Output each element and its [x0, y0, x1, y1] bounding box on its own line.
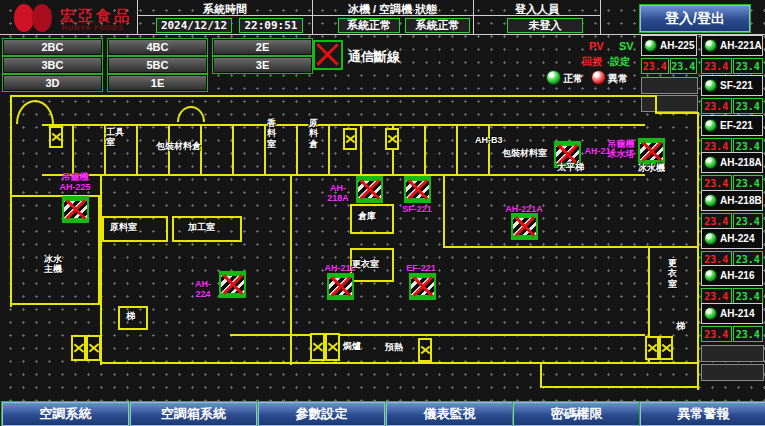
- normal-led-icon: [546, 70, 561, 85]
- room-label: AH-B3: [475, 135, 503, 145]
- damper-icon: [71, 335, 86, 361]
- floor-button-3e[interactable]: 3E: [213, 57, 312, 73]
- damper-icon: [343, 128, 357, 150]
- pv-temp-value: 23.4: [701, 213, 732, 229]
- damper-icon: [645, 336, 659, 360]
- room-label: 梯: [676, 321, 685, 331]
- wall: [655, 112, 699, 114]
- sv-legend-label: SV: [619, 40, 634, 52]
- header-divider: [473, 0, 474, 34]
- room-label: 原料倉: [309, 118, 320, 149]
- unit-name: AH-214: [720, 308, 754, 319]
- room-label: 香料室: [267, 118, 278, 149]
- normal-legend-label: 正常: [563, 72, 583, 86]
- brand-logo-icon: [14, 4, 34, 32]
- room-label: 原料室: [110, 222, 137, 232]
- system-time-label: 系統時間: [150, 2, 300, 17]
- nav-button-password-auth[interactable]: 密碼權限: [513, 402, 640, 426]
- unit-name: EF-221: [720, 120, 753, 131]
- sv-temp-value: 23.4: [670, 58, 698, 74]
- empty-unit-slot: [641, 77, 698, 94]
- room-label: 更衣室: [668, 258, 680, 289]
- nav-button-ac-system[interactable]: 空調系統: [2, 402, 129, 426]
- ahu-comm-fail-icon-ah-218a[interactable]: [356, 176, 383, 203]
- ahu-comm-fail-icon-ah-225[interactable]: [62, 196, 89, 223]
- plan-unit-label: SF-221: [399, 204, 435, 214]
- machine-status-label: 冰機 / 空調機 狀態: [315, 2, 470, 17]
- brand-logo-icon: [32, 4, 52, 32]
- unit-status-led-icon: [704, 269, 717, 282]
- ahu-comm-fail-icon-ah-216[interactable]: [327, 273, 354, 300]
- room-label: 包裝材料倉: [156, 141, 201, 151]
- floor-button-2bc[interactable]: 2BC: [3, 39, 102, 55]
- unit-status-led-icon: [704, 307, 717, 320]
- floor-button-4bc[interactable]: 4BC: [108, 39, 207, 55]
- ahu-comm-fail-icon-ef-221[interactable]: [409, 273, 436, 300]
- unit-button-ah-218a[interactable]: AH-218A: [701, 152, 763, 173]
- nav-button-parameters[interactable]: 參數設定: [258, 402, 385, 426]
- ahu-comm-fail-icon-ah-224[interactable]: [219, 271, 246, 298]
- unit-button-ah-214[interactable]: AH-214: [701, 303, 763, 324]
- damper-icon: [385, 128, 399, 150]
- header-divider: [312, 0, 313, 34]
- login-logout-button[interactable]: 登入/登出: [640, 5, 750, 32]
- empty-unit-slot: [701, 364, 764, 381]
- unit-button-ah-221a[interactable]: AH-221A: [701, 35, 763, 56]
- nav-button-ahu-system[interactable]: 空調箱系統: [130, 402, 257, 426]
- unit-temps: 23.4 23.4: [701, 213, 763, 229]
- stairs-icon: [177, 106, 205, 122]
- nav-button-alarm[interactable]: 異常警報: [640, 402, 765, 426]
- floor-button-2e[interactable]: 2E: [213, 39, 312, 55]
- pv-temp-value: 23.4: [701, 58, 732, 74]
- floor-button-5bc[interactable]: 5BC: [108, 57, 207, 73]
- wall: [443, 246, 699, 248]
- header-divider: [600, 0, 601, 34]
- wall: [290, 176, 292, 365]
- pv-temp-value: 23.4: [701, 175, 732, 191]
- room-label: 梯: [126, 311, 135, 321]
- unit-temps-ah-225: 23.4 23.4: [641, 58, 697, 74]
- plan-unit-label: 吊籠機AH-225: [50, 172, 100, 193]
- abnormal-led-icon: [591, 70, 606, 85]
- unit-status-led-icon: [704, 232, 717, 245]
- wall: [230, 334, 645, 336]
- unit-button-ah-218b[interactable]: AH-218B: [701, 190, 763, 211]
- sv-temp-value: 23.4: [733, 58, 764, 74]
- nav-button-meter-monitor[interactable]: 儀表監視: [386, 402, 513, 426]
- room-label: 焗爐: [343, 341, 361, 351]
- unit-status-led-icon: [644, 39, 657, 52]
- unit-temps: 23.4 23.4: [701, 98, 763, 114]
- floor-button-3bc[interactable]: 3BC: [3, 57, 102, 73]
- unit-button-sf-221[interactable]: SF-221: [701, 75, 763, 96]
- empty-unit-slot: [701, 345, 764, 362]
- unit-temps: 23.4 23.4: [701, 175, 763, 191]
- unit-button-ah-225[interactable]: AH-225: [641, 35, 697, 56]
- ahu-comm-fail-icon-ah-221a[interactable]: [511, 213, 538, 240]
- login-person-label: 登入人員: [478, 2, 596, 17]
- unit-button-ah-224[interactable]: AH-224: [701, 228, 763, 249]
- ahu-comm-fail-icon-cooling-tower[interactable]: [638, 138, 665, 165]
- system-time-value: 22:09:51: [239, 18, 303, 33]
- plan-unit-label: AH-224: [188, 279, 218, 300]
- unit-status-led-icon: [704, 119, 717, 132]
- empty-unit-slot: [641, 95, 698, 112]
- floor-button-3d[interactable]: 3D: [3, 75, 102, 91]
- wall: [540, 386, 698, 388]
- unit-name: AH-225: [660, 40, 694, 51]
- unit-button-ef-221[interactable]: EF-221: [701, 115, 763, 136]
- system-date-value: 2024/12/12: [156, 18, 232, 33]
- room-label: 包裝材料室: [502, 148, 547, 158]
- floor-button-1e[interactable]: 1E: [108, 75, 207, 91]
- sv-temp-value: 23.4: [733, 326, 764, 342]
- pv-temp-value: 23.4: [701, 326, 732, 342]
- login-user-value: 未登入: [507, 18, 583, 33]
- unit-button-ah-216[interactable]: AH-216: [701, 265, 763, 286]
- sv-temp-value: 23.4: [733, 175, 764, 191]
- pv-legend-label: PV: [589, 40, 604, 52]
- ahu-comm-fail-icon-sf-221[interactable]: [404, 176, 431, 203]
- unit-name: AH-216: [720, 270, 754, 281]
- wall: [443, 176, 445, 248]
- header-divider: [137, 0, 138, 34]
- wall: [42, 124, 645, 126]
- brand-subtitle: HUNYA FOODS: [62, 24, 124, 31]
